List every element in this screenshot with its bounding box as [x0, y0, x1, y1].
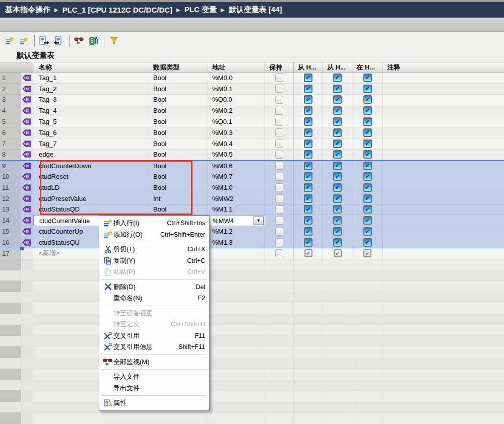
monitor-all-button[interactable]	[73, 34, 86, 47]
tag-name-cell[interactable]: ctudPresetValue	[33, 193, 149, 204]
comment-cell[interactable]	[383, 127, 504, 138]
data-type-cell[interactable]: Bool	[149, 160, 208, 171]
header-data-type[interactable]: 数据类型	[149, 62, 208, 72]
tag-name-cell[interactable]: ctudReset	[33, 171, 149, 182]
writable-from-hmi-checkbox[interactable]: ✔	[333, 238, 342, 247]
address-cell[interactable]: %M0.7	[208, 171, 265, 182]
visible-in-hmi-checkbox[interactable]: ✔	[363, 227, 372, 236]
data-type-cell[interactable]: Bool	[149, 182, 208, 193]
retain-checkbox[interactable]	[275, 107, 283, 115]
writable-from-hmi-checkbox[interactable]: ✔	[333, 227, 342, 236]
menu-item-export-file[interactable]: 导出文件	[99, 383, 209, 394]
accessible-from-hmi-checkbox[interactable]: ✔	[304, 162, 312, 170]
comment-cell[interactable]	[383, 138, 504, 150]
header-from-hmi-1[interactable]: 从 H...	[294, 62, 323, 72]
menu-item-insert-row[interactable]: 插入行(I)Ctrl+Shift+Ins	[99, 218, 209, 229]
row-number[interactable]: 5	[0, 116, 21, 127]
address-cell[interactable]: %M1.1	[208, 204, 265, 216]
retain-checkbox[interactable]	[275, 162, 283, 170]
comment-cell[interactable]	[383, 204, 504, 216]
menu-item-cross-reference[interactable]: 交叉引用F11	[99, 330, 209, 342]
retain-checkbox[interactable]	[275, 128, 283, 136]
address-cell[interactable]	[208, 248, 265, 259]
table-row[interactable]: 5Tag_5Bool%Q0.1✔✔✔	[0, 116, 504, 127]
row-number[interactable]: 9	[0, 160, 21, 171]
accessible-from-hmi-checkbox[interactable]: ✔	[304, 205, 312, 214]
row-number[interactable]: 17	[0, 248, 21, 259]
retain-checkbox[interactable]	[275, 228, 283, 236]
filter-button[interactable]	[107, 34, 120, 47]
retain-checkbox[interactable]	[275, 205, 283, 214]
visible-in-hmi-checkbox[interactable]: ✔	[363, 106, 372, 115]
data-type-cell[interactable]: Bool	[149, 204, 208, 216]
visible-in-hmi-checkbox[interactable]: ✔	[363, 238, 372, 247]
comment-cell[interactable]	[383, 116, 504, 127]
writable-from-hmi-checkbox[interactable]: ✔	[333, 194, 342, 203]
visible-in-hmi-checkbox[interactable]: ✔	[363, 194, 372, 203]
table-row[interactable]: 4Tag_4Bool%M0.2✔✔✔	[0, 105, 504, 116]
accessible-from-hmi-checkbox[interactable]: ✔	[304, 85, 312, 93]
writable-from-hmi-checkbox[interactable]: ✔	[333, 216, 342, 225]
tag-name-cell[interactable]: ctudCounterDown	[33, 160, 149, 171]
visible-in-hmi-checkbox[interactable]: ✔	[363, 162, 372, 170]
row-number[interactable]: 7	[0, 138, 21, 150]
tag-name-cell[interactable]: ctudStatusQD	[33, 204, 149, 216]
table-row[interactable]: 9ctudCounterDownBool%M0.6✔✔✔	[0, 160, 504, 171]
menu-item-cross-reference-info[interactable]: 交叉引用信息Shift+F11	[99, 341, 209, 353]
address-cell[interactable]: %MW2	[208, 193, 265, 204]
comment-cell[interactable]	[383, 160, 504, 171]
retain-checkbox[interactable]	[275, 96, 283, 104]
accessible-from-hmi-checkbox[interactable]: ✔	[304, 238, 312, 247]
comment-cell[interactable]	[383, 150, 504, 161]
accessible-from-hmi-checkbox[interactable]: ✔	[304, 95, 312, 104]
comment-cell[interactable]	[383, 73, 504, 84]
table-row[interactable]: 10ctudResetBool%M0.7✔✔✔	[0, 171, 504, 182]
writable-from-hmi-checkbox[interactable]: ✔	[333, 106, 342, 115]
table-row[interactable]: 11ctudLDBool%M1.0✔✔✔	[0, 182, 504, 193]
row-number[interactable]: 14	[0, 215, 21, 226]
data-type-cell[interactable]: Bool	[149, 150, 208, 161]
tag-name-cell[interactable]: Tag_4	[33, 105, 149, 116]
retain-checkbox[interactable]	[275, 118, 283, 126]
tag-name-cell[interactable]: ctudLD	[33, 182, 149, 193]
retain-checkbox[interactable]	[275, 139, 283, 148]
address-cell[interactable]: %M0.5	[208, 150, 265, 161]
writable-from-hmi-checkbox[interactable]: ✔	[333, 85, 342, 93]
accessible-from-hmi-checkbox[interactable]: ✔	[304, 183, 312, 192]
address-cell[interactable]: %M0.0	[208, 73, 265, 84]
address-cell[interactable]: %M1.3	[208, 237, 265, 248]
row-number[interactable]: 8	[0, 150, 21, 161]
retain-checkbox[interactable]	[275, 74, 283, 82]
retain-checkbox[interactable]	[275, 238, 283, 246]
tag-name-cell[interactable]: Tag_1	[33, 73, 149, 84]
menu-item-copy[interactable]: 复制(Y)Ctrl+C	[99, 255, 209, 267]
row-number[interactable]: 15	[0, 226, 21, 237]
table-row[interactable]: 16ctudStatusQUBool%M1.3✔✔✔	[0, 237, 504, 248]
menu-item-import-file[interactable]: 导入文件	[99, 371, 209, 383]
address-cell[interactable]: %M1.2	[208, 226, 265, 237]
header-name[interactable]: 名称	[33, 62, 149, 72]
accessible-from-hmi-checkbox[interactable]: ✔	[304, 150, 312, 159]
menu-item-rename[interactable]: 重命名(N)F2	[99, 293, 209, 304]
visible-in-hmi-checkbox[interactable]: ✔	[363, 117, 372, 126]
writable-from-hmi-checkbox[interactable]: ✔	[333, 183, 342, 192]
comment-cell[interactable]	[383, 226, 504, 237]
address-cell[interactable]: %MW4▼	[208, 215, 265, 226]
export-button[interactable]	[38, 34, 51, 47]
retain-checkbox[interactable]	[275, 217, 283, 225]
selection-handle[interactable]	[20, 247, 24, 250]
comment-cell[interactable]	[383, 84, 504, 95]
add-row-button[interactable]	[17, 34, 30, 47]
address-dropdown-button[interactable]: ▼	[254, 217, 264, 225]
retain-checkbox[interactable]	[275, 151, 283, 159]
retain-checkbox[interactable]	[275, 183, 283, 191]
breadcrumb-item-instructions[interactable]: 基本指令操作	[5, 5, 50, 15]
row-number[interactable]: 10	[0, 171, 21, 182]
row-number[interactable]: 12	[0, 193, 21, 204]
header-retain[interactable]: 保持	[265, 62, 294, 72]
visible-in-hmi-checkbox[interactable]: ✔	[363, 95, 372, 104]
header-address[interactable]: 地址	[208, 62, 265, 72]
address-cell[interactable]: %M0.4	[208, 138, 265, 150]
menu-item-monitor-all[interactable]: 全部监视(M)	[99, 357, 209, 368]
data-type-cell[interactable]: Bool	[149, 84, 208, 95]
